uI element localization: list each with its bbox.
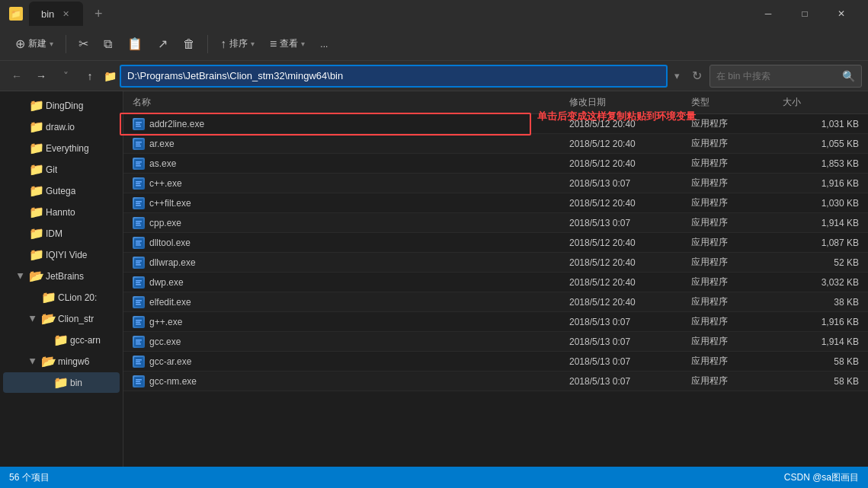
- svg-rect-55: [136, 383, 141, 384]
- address-dropdown-button[interactable]: ▾: [668, 65, 687, 87]
- address-input[interactable]: [120, 65, 668, 88]
- sidebar-item-hannto[interactable]: 📁 Hannto: [3, 202, 120, 222]
- sidebar-item-label: JetBrains: [46, 271, 84, 282]
- window-controls: ─ □ ✕: [751, 2, 859, 26]
- recent-locations-button[interactable]: ˅: [55, 65, 76, 87]
- sort-button[interactable]: ↑ 排序 ▾: [214, 34, 261, 54]
- sidebar-item-clion20[interactable]: 📁 CLion 20:: [3, 287, 120, 308]
- file-date: 2018/5/13 0:07: [569, 356, 691, 367]
- svg-rect-22: [136, 222, 140, 224]
- header-name[interactable]: 名称: [133, 96, 569, 109]
- minimize-button[interactable]: ─: [751, 2, 786, 26]
- app-icon: 📁: [9, 7, 23, 21]
- cut-button[interactable]: ✂: [72, 33, 94, 54]
- svg-rect-3: [136, 126, 141, 127]
- add-tab-button[interactable]: +: [89, 5, 107, 23]
- header-type[interactable]: 类型: [691, 96, 783, 109]
- table-row[interactable]: g++.exe 2018/5/13 0:07 应用程序 1,916 KB: [123, 312, 868, 332]
- table-row[interactable]: elfedit.exe 2018/5/12 20:40 应用程序 38 KB: [123, 292, 868, 312]
- sidebar-item-idm[interactable]: 📁 IDM: [3, 223, 120, 244]
- svg-rect-9: [136, 161, 142, 163]
- main-content: 📁 DingDing 📁 draw.io 📁 Everything 📁 Git …: [0, 91, 868, 467]
- current-tab[interactable]: bin ✕: [29, 2, 83, 26]
- table-row[interactable]: gcc.exe 2018/5/13 0:07 应用程序 1,914 KB: [123, 332, 868, 352]
- header-date[interactable]: 修改日期: [569, 96, 691, 109]
- file-date: 2018/5/13 0:07: [569, 336, 691, 347]
- svg-rect-43: [136, 324, 141, 325]
- sidebar-item-jetbrains[interactable]: ▶ 📂 JetBrains: [3, 266, 120, 286]
- chevron-icon: [15, 121, 27, 133]
- table-row[interactable]: dwp.exe 2018/5/12 20:40 应用程序 3,032 KB: [123, 273, 868, 292]
- sidebar-item-gcc-arm[interactable]: 📁 gcc-arn: [3, 330, 120, 350]
- chevron-icon: [15, 249, 27, 261]
- file-date: 2018/5/12 20:40: [569, 277, 691, 288]
- sidebar-item-iqiyi[interactable]: 📁 IQIYI Vide: [3, 244, 120, 265]
- file-name-cell: gcc-ar.exe: [133, 356, 569, 368]
- table-row[interactable]: dlltool.exe 2018/5/12 20:40 应用程序 1,087 K…: [123, 233, 868, 253]
- sidebar: 📁 DingDing 📁 draw.io 📁 Everything 📁 Git …: [0, 91, 123, 467]
- table-row[interactable]: cpp.exe 2018/5/13 0:07 应用程序 1,914 KB: [123, 213, 868, 233]
- file-type: 应用程序: [691, 216, 783, 229]
- search-input[interactable]: [716, 71, 838, 81]
- sidebar-item-gutega[interactable]: 📁 Gutega: [3, 180, 120, 201]
- back-button[interactable]: ←: [6, 65, 27, 87]
- forward-button[interactable]: →: [30, 65, 52, 87]
- table-row[interactable]: gcc-ar.exe 2018/5/13 0:07 应用程序 58 KB: [123, 352, 868, 372]
- table-row[interactable]: ar.exe 2018/5/12 20:40 应用程序 1,055 KB: [123, 134, 868, 154]
- view-button[interactable]: ≡ 查看 ▾: [264, 34, 311, 54]
- svg-rect-27: [136, 244, 141, 246]
- sidebar-item-mingw[interactable]: ▶ 📂 mingw6: [3, 351, 120, 372]
- folder-icon: 📂: [41, 354, 56, 368]
- file-name: dlltool.exe: [149, 238, 191, 248]
- sidebar-item-everything[interactable]: 📁 Everything: [3, 138, 120, 158]
- refresh-button[interactable]: ↻: [687, 65, 706, 87]
- file-name-cell: as.exe: [133, 158, 569, 170]
- maximize-button[interactable]: □: [787, 2, 822, 26]
- table-row[interactable]: c++filt.exe 2018/5/12 20:40 应用程序 1,030 K…: [123, 193, 868, 213]
- chevron-icon: [15, 164, 27, 176]
- sidebar-item-clion-stm[interactable]: ▶ 📂 Clion_str: [3, 308, 120, 329]
- table-row[interactable]: dllwrap.exe 2018/5/12 20:40 应用程序 52 KB: [123, 253, 868, 273]
- sidebar-item-bin[interactable]: 📁 bin: [3, 372, 120, 393]
- file-size: 3,032 KB: [783, 277, 859, 288]
- sidebar-item-label: draw.io: [46, 122, 75, 132]
- search-bar[interactable]: 🔍: [709, 65, 862, 88]
- sidebar-item-git[interactable]: 📁 Git: [3, 159, 120, 180]
- svg-rect-51: [136, 363, 141, 365]
- svg-rect-1: [136, 122, 142, 123]
- tab-close-button[interactable]: ✕: [60, 8, 71, 19]
- file-name: c++filt.exe: [149, 198, 191, 209]
- up-button[interactable]: ↑: [79, 65, 101, 87]
- copy-button[interactable]: ⧉: [98, 34, 118, 54]
- svg-rect-29: [136, 260, 142, 262]
- folder-icon: 📁: [29, 98, 44, 113]
- table-row[interactable]: addr2line.exe 2018/5/12 20:40 应用程序 1,031…: [123, 114, 868, 134]
- chevron-icon: [15, 100, 27, 112]
- file-name: as.exe: [149, 158, 176, 169]
- svg-rect-13: [136, 181, 142, 183]
- view-icon: ≡: [270, 37, 277, 51]
- delete-button[interactable]: 🗑: [177, 34, 201, 54]
- svg-rect-18: [136, 203, 140, 204]
- cut-icon: ✂: [78, 37, 88, 51]
- sidebar-item-drawio[interactable]: 📁 draw.io: [3, 116, 120, 137]
- file-name-cell: dllwrap.exe: [133, 257, 569, 269]
- file-type: 应用程序: [691, 375, 783, 388]
- file-name: c++.exe: [149, 178, 182, 189]
- table-row[interactable]: c++.exe 2018/5/13 0:07 应用程序 1,916 KB: [123, 174, 868, 193]
- search-icon: 🔍: [842, 70, 855, 82]
- more-button[interactable]: ...: [314, 36, 334, 53]
- header-size[interactable]: 大小: [783, 96, 859, 109]
- new-button[interactable]: ⊕ 新建 ▾: [9, 33, 59, 54]
- table-row[interactable]: gcc-nm.exe 2018/5/13 0:07 应用程序 58 KB: [123, 372, 868, 391]
- file-size: 1,914 KB: [783, 336, 859, 347]
- share-button[interactable]: ↗: [152, 33, 174, 54]
- toolbar-separator-1: [66, 35, 66, 53]
- close-button[interactable]: ✕: [824, 2, 859, 26]
- svg-rect-30: [136, 262, 140, 263]
- new-icon: ⊕: [15, 37, 25, 51]
- file-name-cell: gcc.exe: [133, 336, 569, 348]
- sidebar-item-dingding[interactable]: 📁 DingDing: [3, 95, 120, 116]
- table-row[interactable]: as.exe 2018/5/12 20:40 应用程序 1,853 KB: [123, 154, 868, 174]
- paste-button[interactable]: 📋: [121, 33, 149, 54]
